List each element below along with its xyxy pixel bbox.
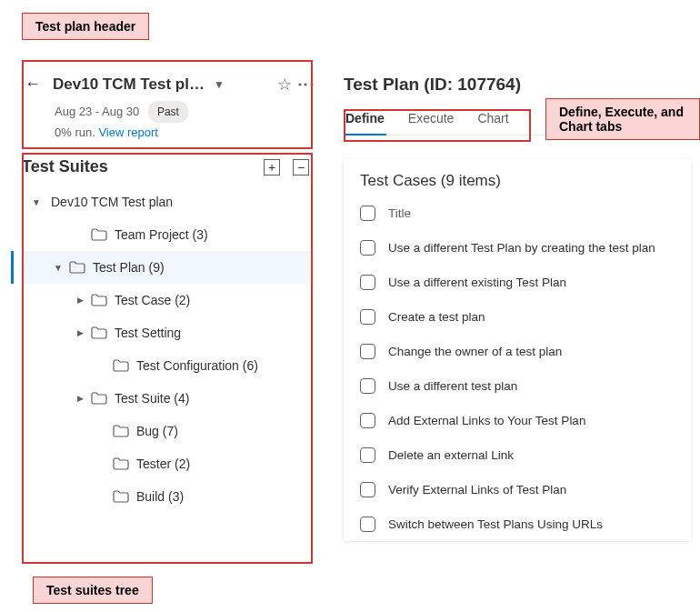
tab-execute[interactable]: Execute — [406, 104, 456, 135]
folder-icon — [69, 261, 85, 274]
row-checkbox[interactable] — [360, 482, 375, 497]
table-row[interactable]: Add External Links to Your Test Plan — [344, 403, 691, 437]
row-checkbox[interactable] — [360, 309, 375, 325]
chevron-down-icon: ▼ — [214, 78, 225, 91]
tab-chart[interactable]: Chart — [475, 104, 510, 135]
select-all-checkbox[interactable] — [360, 206, 375, 221]
tree-row-label: Test Suite (4) — [115, 391, 189, 406]
folder-icon — [113, 490, 129, 503]
table-row[interactable]: Change the owner of a test plan — [344, 334, 691, 368]
tab-define[interactable]: Define — [344, 104, 386, 135]
left-pane: ← Dev10 TCM Test pl… ▼ ☆ ⋮ Aug 23 - Aug … — [22, 67, 313, 513]
case-title: Create a test plan — [388, 310, 485, 324]
table-row[interactable]: Use a different test plan — [344, 368, 691, 403]
expand-all-button[interactable]: + — [264, 159, 280, 176]
chevron-right-icon[interactable]: ▶ — [73, 394, 87, 403]
tree-row-label: Dev10 TCM Test plan — [51, 195, 173, 209]
tree-row-label: Test Setting — [115, 326, 181, 340]
case-title: Use a different Test Plan by creating th… — [388, 241, 655, 255]
tree-row-label: Test Case (2) — [115, 293, 190, 307]
table-row[interactable]: Switch between Test Plans Using URLs — [344, 507, 691, 541]
case-title: Delete an external Link — [388, 448, 514, 462]
case-title: Change the owner of a test plan — [388, 345, 562, 358]
tree-row-label: Test Configuration (6) — [136, 358, 258, 373]
folder-icon — [91, 294, 107, 306]
row-checkbox[interactable] — [360, 447, 375, 463]
date-range-text: Aug 23 - Aug 30 — [55, 105, 139, 118]
suites-title: Test Suites — [22, 157, 108, 176]
table-row[interactable]: Delete an external Link — [344, 437, 691, 472]
chevron-down-icon[interactable]: ▼ — [51, 263, 65, 273]
callout-tree: Test suites tree — [33, 577, 153, 604]
folder-icon — [113, 457, 129, 470]
test-cases-card: Test Cases (9 items) Title Use a differe… — [344, 159, 691, 541]
tree-row[interactable]: Build (3) — [22, 480, 313, 513]
case-title: Verify External Links of Test Plan — [388, 483, 566, 497]
tree-row[interactable]: Team Project (3) — [22, 218, 313, 251]
row-checkbox[interactable] — [360, 378, 375, 394]
tree-row-label: Tester (2) — [136, 456, 190, 471]
tree-row[interactable]: ▼Dev10 TCM Test plan — [22, 186, 313, 218]
chevron-right-icon[interactable]: ▶ — [73, 328, 87, 337]
run-status-text: 0% run. — [55, 125, 95, 139]
case-title: Use a different existing Test Plan — [388, 276, 566, 289]
table-row[interactable]: Use a different existing Test Plan — [344, 265, 691, 299]
row-checkbox[interactable] — [360, 517, 375, 532]
row-checkbox[interactable] — [360, 344, 375, 359]
callout-tabs: Define, Execute, and Chart tabs — [545, 98, 700, 140]
case-title: Switch between Test Plans Using URLs — [388, 517, 603, 531]
tree-row[interactable]: Bug (7) — [22, 415, 313, 447]
collapse-all-button[interactable]: − — [293, 159, 309, 176]
case-title: Add External Links to Your Test Plan — [388, 414, 585, 427]
test-plan-title-dropdown[interactable]: Dev10 TCM Test pl… ▼ — [49, 74, 270, 95]
folder-icon — [91, 392, 107, 405]
row-checkbox[interactable] — [360, 413, 375, 428]
tree-row-label: Build (3) — [136, 489, 184, 504]
row-checkbox[interactable] — [360, 275, 375, 290]
row-checkbox[interactable] — [360, 240, 375, 256]
back-arrow-icon[interactable]: ← — [22, 75, 44, 94]
tree-row-label: Bug (7) — [136, 424, 178, 438]
table-row[interactable]: Create a test plan — [344, 299, 691, 334]
suites-header: Test Suites + − — [22, 152, 313, 182]
test-plan-title: Dev10 TCM Test pl… — [53, 75, 205, 94]
folder-icon — [113, 425, 129, 437]
callout-header: Test plan header — [22, 13, 149, 40]
more-options-icon[interactable]: ⋮ — [299, 73, 313, 95]
favorite-star-icon[interactable]: ☆ — [277, 75, 292, 95]
tree-row-label: Team Project (3) — [115, 227, 208, 242]
past-badge: Past — [148, 101, 188, 123]
column-header-title: Title — [388, 206, 411, 220]
tree-row[interactable]: ▼Test Plan (9) — [22, 251, 313, 284]
chevron-right-icon[interactable]: ▶ — [73, 296, 87, 305]
tree-row-label: Test Plan (9) — [93, 260, 165, 275]
test-plan-header-row: ← Dev10 TCM Test pl… ▼ ☆ ⋮ — [22, 67, 313, 101]
view-report-link[interactable]: View report — [98, 125, 158, 139]
page-title: Test Plan (ID: 107764) — [344, 75, 691, 95]
tree-row[interactable]: ▶Test Suite (4) — [22, 382, 313, 415]
table-header-row: Title — [344, 196, 691, 230]
date-range-row: Aug 23 - Aug 30 Past — [55, 101, 313, 123]
tree-row[interactable]: ▶Test Setting — [22, 316, 313, 349]
test-cases-title: Test Cases (9 items) — [344, 159, 691, 196]
folder-icon — [113, 359, 129, 372]
folder-icon — [91, 326, 107, 339]
tree-row[interactable]: Test Configuration (6) — [22, 349, 313, 382]
right-pane: Test Plan (ID: 107764) DefineExecuteChar… — [344, 75, 691, 541]
folder-icon — [91, 228, 107, 241]
table-row[interactable]: Use a different Test Plan by creating th… — [344, 230, 691, 265]
table-row[interactable]: Verify External Links of Test Plan — [344, 472, 691, 507]
suites-tree: ▼Dev10 TCM Test planTeam Project (3)▼Tes… — [22, 186, 313, 513]
tree-row[interactable]: Tester (2) — [22, 447, 313, 480]
case-title: Use a different test plan — [388, 379, 517, 393]
chevron-down-icon[interactable]: ▼ — [29, 197, 44, 207]
tree-row[interactable]: ▶Test Case (2) — [22, 284, 313, 316]
run-status-row: 0% run. View report — [55, 123, 313, 143]
